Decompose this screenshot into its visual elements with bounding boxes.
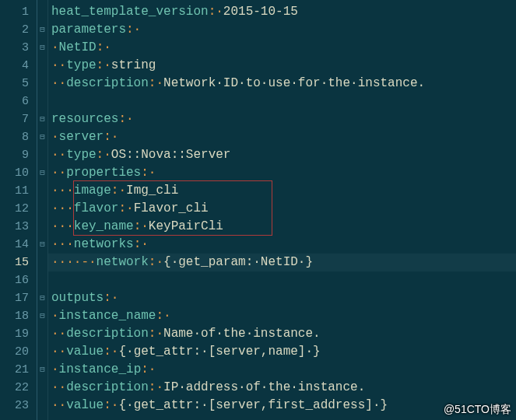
yaml-value: {·get_attr:·[server,name]·}: [118, 345, 320, 359]
indent-dots: ····: [51, 255, 81, 269]
yaml-sep: :·: [134, 237, 149, 251]
line-number: 19: [0, 325, 37, 343]
yaml-sep: :·: [141, 362, 156, 376]
code-line: ····-·network:·{·get_param:·NetID·}: [51, 254, 516, 271]
yaml-value: Name·of·the·instance.: [163, 327, 321, 341]
yaml-key: type: [66, 58, 96, 72]
yaml-key: properties: [66, 166, 141, 180]
yaml-sep: :·: [141, 166, 156, 180]
yaml-sep: :·: [209, 5, 223, 19]
line-number: 11: [0, 182, 37, 200]
yaml-sep: :·: [104, 130, 118, 144]
yaml-sep: :·: [97, 148, 111, 162]
code-line: ···image:·Img_cli: [51, 182, 516, 200]
yaml-value: {·get_param:·NetID·}: [163, 255, 313, 269]
yaml-sep: :·: [97, 40, 111, 54]
yaml-key: type: [66, 148, 96, 162]
yaml-key: heat_template_version: [51, 5, 209, 19]
yaml-value: OS::Nova::Server: [111, 148, 231, 162]
yaml-sep: :·: [134, 219, 149, 233]
yaml-key: network: [97, 255, 149, 269]
yaml-key: description: [66, 327, 149, 341]
yaml-sep: :·: [126, 23, 141, 37]
yaml-sep: :·: [118, 201, 133, 215]
yaml-key: NetID: [59, 40, 97, 54]
fold-marker[interactable]: ⊟: [37, 361, 47, 379]
line-number: 18: [0, 307, 37, 325]
code-line: ···networks:·: [51, 236, 516, 254]
line-number: 20: [0, 343, 37, 361]
line-number: 21: [0, 361, 37, 379]
yaml-sep: :·: [104, 398, 118, 412]
indent-dots: ·: [51, 130, 59, 144]
yaml-sep: :·: [97, 58, 111, 72]
yaml-sep: :·: [118, 112, 133, 126]
yaml-key: value: [66, 345, 104, 359]
indent-dots: ··: [51, 398, 66, 412]
fold-marker: [37, 271, 47, 289]
line-number: 2: [0, 21, 37, 39]
code-line: ··description:·IP·address·of·the·instanc…: [51, 379, 516, 397]
indent-dots: ·: [51, 40, 59, 54]
line-number: 16: [0, 271, 37, 289]
indent-dots: ··: [51, 58, 66, 72]
code-line: ·NetID:·: [51, 39, 516, 57]
code-line: [51, 271, 516, 289]
yaml-key: instance_ip: [59, 362, 142, 376]
fold-marker: [37, 325, 47, 343]
yaml-key: outputs: [51, 291, 104, 305]
code-line: ··description:·Name·of·the·instance.: [51, 325, 516, 343]
code-line: ··type:·OS::Nova::Server: [51, 146, 516, 164]
line-number: 7: [0, 110, 37, 128]
fold-marker[interactable]: ⊟: [37, 128, 47, 146]
indent-dots: ··: [51, 327, 66, 341]
indent-dots: ··: [51, 76, 66, 90]
yaml-key: instance_name: [59, 309, 156, 323]
code-line: ··properties:·: [51, 164, 516, 182]
yaml-sep: :·: [149, 380, 163, 394]
fold-marker: [37, 3, 47, 21]
code-line: ·instance_name:·: [51, 307, 516, 325]
watermark-text: @51CTO博客: [444, 403, 511, 417]
code-line: ·instance_ip:·: [51, 361, 516, 379]
line-number: 17: [0, 289, 37, 307]
yaml-value: Network·ID·to·use·for·the·instance.: [163, 76, 425, 90]
line-number: 6: [0, 93, 37, 110]
indent-dots: ·: [51, 309, 59, 323]
yaml-key: networks: [74, 237, 134, 251]
fold-marker[interactable]: ⊟: [37, 307, 47, 325]
fold-marker[interactable]: ⊟: [37, 21, 47, 39]
fold-marker: [37, 254, 47, 271]
indent-dots: ···: [51, 219, 74, 233]
indent-dots: ·: [51, 362, 59, 376]
yaml-value: {·get_attr:·[server,first_address]·}: [118, 398, 388, 412]
indent-dots: ··: [51, 345, 66, 359]
code-line: ··value:·{·get_attr:·[server,name]·}: [51, 343, 516, 361]
yaml-key: value: [66, 398, 104, 412]
yaml-sep: :·: [104, 291, 118, 305]
fold-marker[interactable]: ⊟: [37, 236, 47, 254]
indent-dots: ···: [51, 237, 74, 251]
line-number: 3: [0, 39, 37, 57]
code-line: ·server:·: [51, 128, 516, 146]
yaml-key: description: [66, 76, 149, 90]
line-number: 15: [0, 254, 37, 271]
fold-marker[interactable]: ⊟: [37, 110, 47, 128]
indent-dots: ··: [51, 166, 66, 180]
yaml-key: key_name: [74, 219, 134, 233]
line-number: 8: [0, 128, 37, 146]
code-line: resources:·: [51, 110, 516, 128]
yaml-sep: :·: [156, 309, 170, 323]
fold-marker: [37, 146, 47, 164]
fold-marker[interactable]: ⊟: [37, 39, 47, 57]
yaml-key: image: [74, 184, 111, 198]
line-number: 23: [0, 397, 37, 415]
fold-marker: [37, 343, 47, 361]
fold-marker[interactable]: ⊟: [37, 289, 47, 307]
indent-dots: ··: [51, 148, 66, 162]
yaml-dash: -·: [81, 255, 96, 269]
fold-marker[interactable]: ⊟: [37, 164, 47, 182]
code-line: ···key_name:·KeyPairCli: [51, 218, 516, 236]
code-area[interactable]: heat_template_version:·2015-10-15paramet…: [48, 0, 516, 420]
yaml-sep: :·: [149, 76, 163, 90]
